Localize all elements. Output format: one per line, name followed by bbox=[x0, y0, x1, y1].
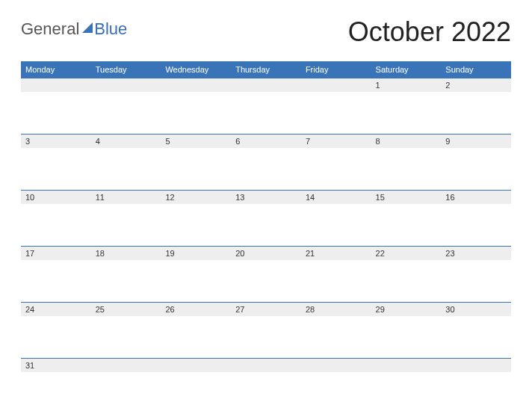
day-number: 2 bbox=[445, 81, 450, 90]
day-cell: 16 bbox=[441, 190, 511, 246]
day-cell: 3 bbox=[21, 134, 91, 190]
day-cell: 31 bbox=[21, 358, 91, 411]
day-number: 31 bbox=[25, 361, 34, 370]
day-cell: 8 bbox=[371, 134, 442, 190]
day-number: 28 bbox=[306, 305, 315, 314]
day-cell: 20 bbox=[231, 246, 301, 302]
day-cell bbox=[21, 78, 91, 134]
week-row: 24 25 26 27 28 29 30 bbox=[21, 302, 511, 358]
day-cell: 22 bbox=[371, 246, 442, 302]
logo-text-2: Blue bbox=[94, 19, 127, 39]
day-number: 9 bbox=[445, 137, 450, 146]
day-number: 10 bbox=[25, 193, 34, 202]
day-cell: 17 bbox=[21, 246, 91, 302]
day-number: 22 bbox=[376, 249, 385, 258]
day-cell: 28 bbox=[301, 302, 371, 358]
weekday-header: Tuesday bbox=[91, 65, 161, 74]
day-cell: 24 bbox=[21, 302, 91, 358]
day-number: 27 bbox=[235, 305, 244, 314]
weekday-header: Wednesday bbox=[161, 65, 231, 74]
day-cell bbox=[441, 358, 511, 411]
day-cell bbox=[301, 78, 371, 134]
day-number: 16 bbox=[445, 193, 454, 202]
day-number: 15 bbox=[376, 193, 385, 202]
day-cell: 2 bbox=[441, 78, 511, 134]
day-cell: 5 bbox=[161, 134, 231, 190]
day-cell: 27 bbox=[231, 302, 301, 358]
week-row: 31 bbox=[21, 358, 511, 411]
header-section: General Blue October 2022 bbox=[21, 15, 511, 48]
logo: General Blue bbox=[21, 15, 127, 39]
day-cell bbox=[91, 358, 161, 411]
day-number: 24 bbox=[25, 305, 34, 314]
calendar-grid: Monday Tuesday Wednesday Thursday Friday… bbox=[21, 61, 511, 411]
day-cell: 18 bbox=[91, 246, 161, 302]
day-cell: 23 bbox=[441, 246, 511, 302]
day-cell: 4 bbox=[91, 134, 161, 190]
logo-text-1: General bbox=[21, 19, 79, 39]
day-cell: 15 bbox=[371, 190, 442, 246]
day-number: 30 bbox=[445, 305, 454, 314]
day-cell: 7 bbox=[301, 134, 371, 190]
day-cell: 11 bbox=[91, 190, 161, 246]
day-cell bbox=[301, 358, 371, 411]
day-cell: 25 bbox=[91, 302, 161, 358]
day-number: 12 bbox=[165, 193, 174, 202]
triangle-icon bbox=[82, 22, 93, 33]
day-cell bbox=[161, 358, 231, 411]
day-number: 17 bbox=[25, 249, 34, 258]
weekday-header: Sunday bbox=[441, 65, 511, 74]
day-cell bbox=[91, 78, 161, 134]
day-cell: 30 bbox=[441, 302, 511, 358]
day-cell: 12 bbox=[161, 190, 231, 246]
week-row: 3 4 5 6 7 8 9 bbox=[21, 134, 511, 190]
day-cell: 10 bbox=[21, 190, 91, 246]
day-cell: 9 bbox=[441, 134, 511, 190]
day-cell bbox=[231, 78, 301, 134]
day-number: 5 bbox=[165, 137, 170, 146]
day-number: 14 bbox=[306, 193, 315, 202]
weekday-header: Thursday bbox=[231, 65, 301, 74]
day-number: 19 bbox=[165, 249, 174, 258]
day-number: 7 bbox=[306, 137, 310, 146]
day-cell: 13 bbox=[231, 190, 301, 246]
day-cell bbox=[371, 358, 442, 411]
day-cell: 29 bbox=[371, 302, 442, 358]
day-cell bbox=[161, 78, 231, 134]
week-row: 10 11 12 13 14 15 16 bbox=[21, 190, 511, 246]
day-cell: 6 bbox=[231, 134, 301, 190]
day-number: 13 bbox=[235, 193, 244, 202]
day-number: 1 bbox=[376, 81, 380, 90]
day-cell bbox=[231, 358, 301, 411]
day-number: 3 bbox=[25, 137, 30, 146]
day-number: 29 bbox=[376, 305, 385, 314]
day-number: 4 bbox=[96, 137, 100, 146]
day-number: 11 bbox=[96, 193, 105, 202]
day-cell: 21 bbox=[301, 246, 371, 302]
week-row: 1 2 bbox=[21, 78, 511, 134]
day-number: 26 bbox=[165, 305, 174, 314]
day-number: 8 bbox=[376, 137, 380, 146]
day-number: 25 bbox=[96, 305, 105, 314]
weekday-header-row: Monday Tuesday Wednesday Thursday Friday… bbox=[21, 61, 511, 78]
day-cell: 26 bbox=[161, 302, 231, 358]
day-number: 20 bbox=[235, 249, 244, 258]
weekday-header: Saturday bbox=[371, 65, 442, 74]
month-title: October 2022 bbox=[348, 15, 511, 48]
day-number: 6 bbox=[235, 137, 240, 146]
day-cell: 1 bbox=[371, 78, 442, 134]
day-cell: 19 bbox=[161, 246, 231, 302]
day-number: 23 bbox=[445, 249, 454, 258]
day-number: 18 bbox=[96, 249, 105, 258]
day-cell: 14 bbox=[301, 190, 371, 246]
weekday-header: Monday bbox=[21, 65, 91, 74]
weekday-header: Friday bbox=[301, 65, 371, 74]
week-row: 17 18 19 20 21 22 23 bbox=[21, 246, 511, 302]
day-number: 21 bbox=[306, 249, 315, 258]
